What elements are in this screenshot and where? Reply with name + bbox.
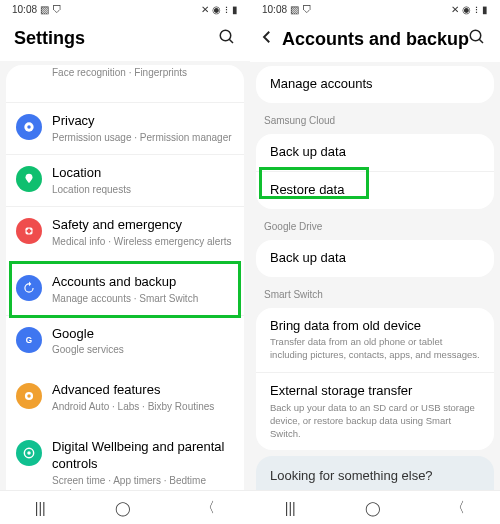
item-subtitle: Face recognitionFingerprints [52, 66, 232, 79]
back-up-data[interactable]: Back up data [256, 134, 494, 172]
settings-item-advanced-features[interactable]: Advanced featuresAndroid AutoLabsBixby R… [6, 372, 244, 423]
item-title: Google [52, 326, 232, 343]
shield-icon: ⛉ [302, 4, 312, 15]
nav-recent[interactable]: ||| [285, 500, 296, 516]
battery-icon: ▮ [482, 4, 488, 15]
settings-item-biometrics[interactable]: Face recognitionFingerprints [6, 65, 244, 103]
bring-data-from-old-device[interactable]: Bring data from old deviceTransfer data … [256, 308, 494, 374]
nav-back[interactable]: 〈 [451, 499, 465, 517]
mute-icon: ✕ [201, 4, 209, 15]
battery-icon: ▮ [232, 4, 238, 15]
svg-point-10 [27, 395, 31, 399]
item-title: Safety and emergency [52, 217, 232, 234]
item-subtitle: Google services [52, 343, 232, 356]
sync-icon [16, 275, 42, 301]
back-button[interactable] [258, 28, 276, 50]
signal-icon: ⫶ [474, 4, 479, 15]
item-title: Advanced features [52, 382, 232, 399]
item-subtitle: Manage accountsSmart Switch [52, 292, 232, 305]
settings-item-google[interactable]: GGoogleGoogle services [6, 316, 244, 367]
status-time: 10:08 [262, 4, 287, 15]
page-title: Settings [14, 28, 236, 49]
back-up-data[interactable]: Back up data [256, 240, 494, 277]
item-title: Bring data from old device [270, 318, 480, 335]
nav-home[interactable]: ◯ [365, 500, 381, 516]
item-subtitle: Location requests [52, 183, 232, 196]
search-icon[interactable] [468, 28, 486, 50]
status-bar: 10:08▧⛉ ✕◉⫶▮ [0, 0, 250, 18]
nav-recent[interactable]: ||| [35, 500, 46, 516]
item-subtitle: Android AutoLabsBixby Routines [52, 400, 232, 413]
wellbeing-icon [16, 440, 42, 466]
header: Accounts and backup [250, 18, 500, 62]
svg-point-15 [470, 30, 481, 41]
svg-rect-7 [27, 230, 32, 232]
page-title: Accounts and backup [282, 29, 486, 50]
item-title: Manage accounts [270, 76, 480, 93]
item-subtitle: Medical infoWireless emergency alerts [52, 235, 232, 248]
status-time: 10:08 [12, 4, 37, 15]
external-storage-transfer[interactable]: External storage transferBack up your da… [256, 373, 494, 450]
section-header: Google Drive [250, 213, 500, 236]
notif-icon: ▧ [40, 4, 49, 15]
item-title: Back up data [270, 250, 480, 267]
wifi-icon: ◉ [212, 4, 221, 15]
nav-back[interactable]: 〈 [201, 499, 215, 517]
settings-item-digital-wellbeing-and-parental-controls[interactable]: Digital Wellbeing and parental controlsS… [6, 429, 244, 490]
gear-icon [16, 383, 42, 409]
manage-accounts[interactable]: Manage accounts [256, 66, 494, 103]
suggestion-card: Looking for something else?ResetSamsung … [256, 456, 494, 490]
nav-bar: ||| ◯ 〈 [0, 490, 250, 524]
svg-text:G: G [26, 335, 32, 344]
nav-home[interactable]: ◯ [115, 500, 131, 516]
settings-item-location[interactable]: LocationLocation requests [6, 155, 244, 207]
svg-line-1 [229, 39, 233, 43]
item-title: External storage transfer [270, 383, 480, 400]
location-icon [16, 166, 42, 192]
item-title: Privacy [52, 113, 232, 130]
section-header: Smart Switch [250, 281, 500, 304]
shield-icon: ⛉ [52, 4, 62, 15]
restore-data[interactable]: Restore data [256, 172, 494, 209]
item-title: Restore data [270, 182, 480, 199]
notif-icon: ▧ [290, 4, 299, 15]
status-bar: 10:08▧⛉ ✕◉⫶▮ [250, 0, 500, 18]
item-subtitle: Screen timeApp timersBedtime mode [52, 474, 232, 490]
settings-item-safety-and-emergency[interactable]: Safety and emergencyMedical infoWireless… [6, 207, 244, 258]
safety-icon [16, 218, 42, 244]
svg-point-4 [27, 125, 31, 129]
settings-item-accounts-and-backup[interactable]: Accounts and backupManage accountsSmart … [6, 264, 244, 316]
item-title: Location [52, 165, 232, 182]
svg-point-0 [220, 30, 231, 41]
item-description: Back up your data to an SD card or USB s… [270, 402, 480, 440]
nav-bar: ||| ◯ 〈 [250, 490, 500, 524]
wifi-icon: ◉ [462, 4, 471, 15]
svg-line-16 [479, 39, 483, 43]
search-icon[interactable] [218, 28, 236, 50]
item-title: Accounts and backup [52, 274, 232, 291]
mute-icon: ✕ [451, 4, 459, 15]
google-icon: G [16, 327, 42, 353]
item-title: Digital Wellbeing and parental controls [52, 439, 232, 473]
svg-point-12 [27, 452, 31, 456]
section-header: Samsung Cloud [250, 107, 500, 130]
item-description: Transfer data from an old phone or table… [270, 336, 480, 362]
signal-icon: ⫶ [224, 4, 229, 15]
settings-item-privacy[interactable]: PrivacyPermission usagePermission manage… [6, 103, 244, 155]
suggestion-heading: Looking for something else? [270, 468, 480, 483]
privacy-icon [16, 114, 42, 140]
item-title: Back up data [270, 144, 480, 161]
item-subtitle: Permission usagePermission manager [52, 131, 232, 144]
header: Settings [0, 18, 250, 61]
